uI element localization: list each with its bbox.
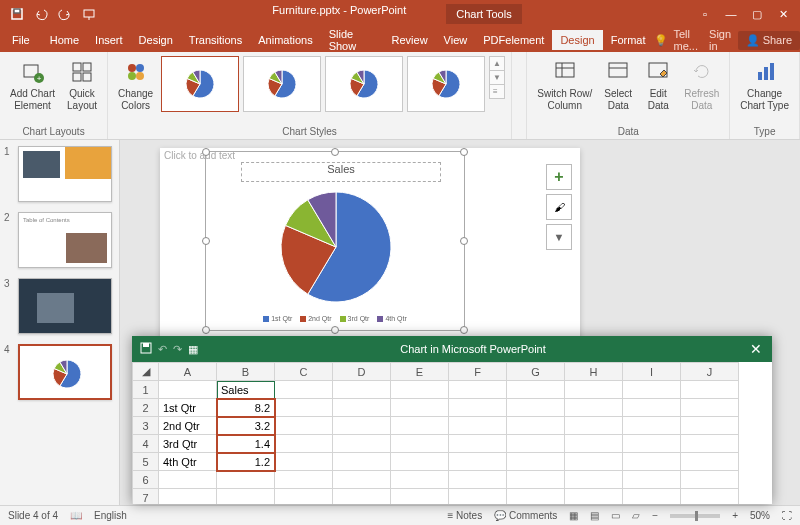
cell-B6[interactable]	[217, 471, 275, 489]
select-data-button[interactable]: Select Data	[600, 56, 636, 114]
cell-H5[interactable]	[565, 453, 623, 471]
row-header-5[interactable]: 5	[133, 453, 159, 471]
excel-undo-icon[interactable]: ↶	[158, 343, 167, 356]
refresh-data-button[interactable]: Refresh Data	[680, 56, 723, 114]
col-header-B[interactable]: B	[217, 363, 275, 381]
cell-D3[interactable]	[333, 417, 391, 435]
cell-B3[interactable]: 3.2	[217, 417, 275, 435]
row-header-6[interactable]: 6	[133, 471, 159, 489]
col-header-H[interactable]: H	[565, 363, 623, 381]
excel-close-button[interactable]: ✕	[740, 341, 772, 357]
maximize-icon[interactable]: ▢	[746, 3, 768, 25]
col-header-G[interactable]: G	[507, 363, 565, 381]
tell-me[interactable]: Tell me...	[674, 28, 704, 52]
gallery-more-icon[interactable]: ≡	[490, 85, 504, 98]
cell-D5[interactable]	[333, 453, 391, 471]
cell-D7[interactable]	[333, 489, 391, 505]
cell-I1[interactable]	[623, 381, 681, 399]
undo-icon[interactable]	[30, 3, 52, 25]
cell-G3[interactable]	[507, 417, 565, 435]
tab-pdfelement[interactable]: PDFelement	[475, 30, 552, 50]
zoom-in-button[interactable]: +	[732, 510, 738, 521]
select-all-cell[interactable]: ◢	[133, 363, 159, 381]
tab-chart-design[interactable]: Design	[552, 30, 602, 50]
cell-D4[interactable]	[333, 435, 391, 453]
chart-style-2[interactable]	[243, 56, 321, 112]
cell-A3[interactable]: 2nd Qtr	[159, 417, 217, 435]
cell-J4[interactable]	[681, 435, 739, 453]
cell-E6[interactable]	[391, 471, 449, 489]
slide-thumb-3[interactable]	[18, 278, 112, 334]
cell-I4[interactable]	[623, 435, 681, 453]
cell-E4[interactable]	[391, 435, 449, 453]
cell-J5[interactable]	[681, 453, 739, 471]
tab-chart-format[interactable]: Format	[603, 30, 654, 50]
cell-A6[interactable]	[159, 471, 217, 489]
row-header-4[interactable]: 4	[133, 435, 159, 453]
row-header-3[interactable]: 3	[133, 417, 159, 435]
cell-G6[interactable]	[507, 471, 565, 489]
row-header-2[interactable]: 2	[133, 399, 159, 417]
cell-D2[interactable]	[333, 399, 391, 417]
cell-E5[interactable]	[391, 453, 449, 471]
minimize-icon[interactable]: ―	[720, 3, 742, 25]
cell-B2[interactable]: 8.2	[217, 399, 275, 417]
col-header-E[interactable]: E	[391, 363, 449, 381]
cell-C6[interactable]	[275, 471, 333, 489]
cell-F1[interactable]	[449, 381, 507, 399]
cell-J3[interactable]	[681, 417, 739, 435]
cell-D1[interactable]	[333, 381, 391, 399]
tab-insert[interactable]: Insert	[87, 30, 131, 50]
chart-style-1[interactable]	[161, 56, 239, 112]
cell-G7[interactable]	[507, 489, 565, 505]
cell-F6[interactable]	[449, 471, 507, 489]
cell-J2[interactable]	[681, 399, 739, 417]
cell-E3[interactable]	[391, 417, 449, 435]
normal-view-icon[interactable]: ▦	[569, 510, 578, 521]
cell-F5[interactable]	[449, 453, 507, 471]
tab-transitions[interactable]: Transitions	[181, 30, 250, 50]
chart-style-3[interactable]	[325, 56, 403, 112]
cell-I3[interactable]	[623, 417, 681, 435]
col-header-J[interactable]: J	[681, 363, 739, 381]
excel-redo-icon[interactable]: ↷	[173, 343, 182, 356]
tab-design-main[interactable]: Design	[131, 30, 181, 50]
cell-E1[interactable]	[391, 381, 449, 399]
cell-J6[interactable]	[681, 471, 739, 489]
chart-object[interactable]: Sales 1st Qtr2nd Qtr3rd Qtr4th Qtr	[205, 151, 465, 331]
cell-A1[interactable]	[159, 381, 217, 399]
change-chart-type-button[interactable]: Change Chart Type	[736, 56, 793, 114]
zoom-out-button[interactable]: −	[652, 510, 658, 521]
slide-thumb-4[interactable]	[18, 344, 112, 400]
cell-A2[interactable]: 1st Qtr	[159, 399, 217, 417]
cell-H2[interactable]	[565, 399, 623, 417]
cell-I2[interactable]	[623, 399, 681, 417]
change-colors-button[interactable]: Change Colors	[114, 56, 157, 114]
cell-C4[interactable]	[275, 435, 333, 453]
notes-button[interactable]: ≡ Notes	[447, 510, 482, 521]
cell-F7[interactable]	[449, 489, 507, 505]
cell-E7[interactable]	[391, 489, 449, 505]
spell-check-icon[interactable]: 📖	[70, 510, 82, 521]
cell-H4[interactable]	[565, 435, 623, 453]
cell-I6[interactable]	[623, 471, 681, 489]
cell-G2[interactable]	[507, 399, 565, 417]
cell-A4[interactable]: 3rd Qtr	[159, 435, 217, 453]
cell-B7[interactable]	[217, 489, 275, 505]
cell-C1[interactable]	[275, 381, 333, 399]
fit-to-window-icon[interactable]: ⛶	[782, 510, 792, 521]
zoom-level[interactable]: 50%	[750, 510, 770, 521]
slide-indicator[interactable]: Slide 4 of 4	[8, 510, 58, 521]
chart-elements-button[interactable]: +	[546, 164, 572, 190]
edit-data-button[interactable]: Edit Data	[640, 56, 676, 114]
slide-thumb-1[interactable]	[18, 146, 112, 202]
chart-styles-button[interactable]: 🖌	[546, 194, 572, 220]
tab-view[interactable]: View	[436, 30, 476, 50]
ribbon-options-icon[interactable]: ▫	[694, 3, 716, 25]
cell-F2[interactable]	[449, 399, 507, 417]
cell-C2[interactable]	[275, 399, 333, 417]
sign-in[interactable]: Sign in	[709, 28, 732, 52]
cell-H6[interactable]	[565, 471, 623, 489]
quick-layout-button[interactable]: Quick Layout	[63, 56, 101, 114]
redo-icon[interactable]	[54, 3, 76, 25]
